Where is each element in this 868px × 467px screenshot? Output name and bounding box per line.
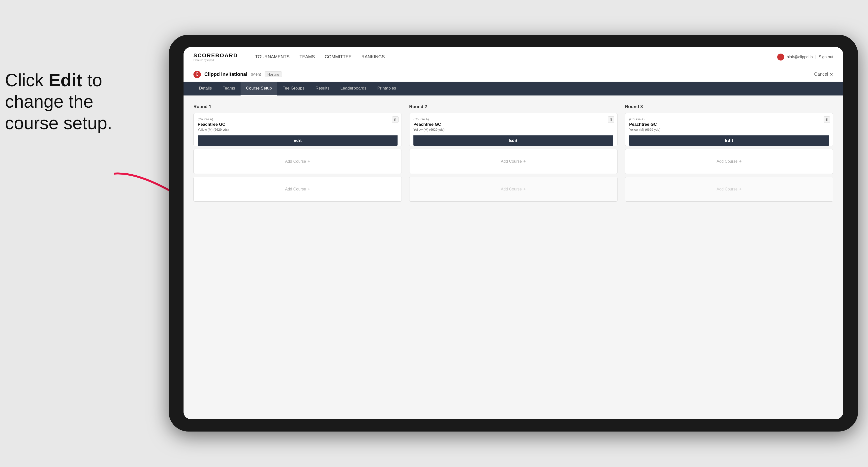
round-1-delete-button[interactable]: 🗑 bbox=[392, 116, 399, 123]
plus-icon-1: + bbox=[308, 159, 310, 164]
round-2-header: Round 2 bbox=[409, 104, 618, 110]
round-3-column: Round 3 🗑 (Course A) Peachtree GC Yellow… bbox=[625, 104, 833, 205]
round-2-course-name: Peachtree GC bbox=[413, 122, 613, 127]
round-1-course-details: Yellow (M) (6629 yds) bbox=[198, 128, 398, 131]
user-email: blair@clippd.io bbox=[787, 55, 813, 59]
hosting-badge: Hosting bbox=[265, 71, 282, 77]
tab-results[interactable]: Results bbox=[310, 82, 335, 95]
main-content: Round 1 🗑 (Course A) Peachtree GC Yellow… bbox=[184, 95, 843, 419]
bold-edit: Edit bbox=[49, 70, 82, 90]
round-2-course-card: 🗑 (Course A) Peachtree GC Yellow (M) (66… bbox=[409, 113, 618, 146]
round-3-course-label: (Course A) bbox=[629, 117, 829, 121]
round-2-add-course-1[interactable]: Add Course + bbox=[409, 149, 618, 174]
round-3-delete-button[interactable]: 🗑 bbox=[824, 116, 830, 123]
round-2-add-course-2: Add Course + bbox=[409, 177, 618, 201]
round-3-header: Round 3 bbox=[625, 104, 833, 110]
round-3-add-course-1[interactable]: Add Course + bbox=[625, 149, 833, 174]
logo-sub: Powered by clippd bbox=[193, 59, 238, 62]
tab-course-setup[interactable]: Course Setup bbox=[241, 82, 277, 95]
separator: | bbox=[815, 55, 816, 59]
round-1-add-course-2[interactable]: Add Course + bbox=[193, 177, 402, 201]
tablet-screen: SCOREBOARD Powered by clippd TOURNAMENTS… bbox=[184, 47, 843, 419]
sub-header: C Clippd Invitational (Men) Hosting Canc… bbox=[184, 67, 843, 82]
round-3-add-course-2: Add Course + bbox=[625, 177, 833, 201]
tournament-name: Clippd Invitational bbox=[204, 71, 247, 77]
plus-icon-3: + bbox=[523, 159, 526, 164]
top-nav: SCOREBOARD Powered by clippd TOURNAMENTS… bbox=[184, 47, 843, 67]
brand-logo: C bbox=[193, 71, 201, 78]
cancel-label: Cancel bbox=[814, 72, 828, 77]
round-2-edit-button[interactable]: Edit bbox=[413, 135, 613, 146]
instruction-text: Click Edit tochange thecourse setup. bbox=[5, 69, 112, 134]
tab-teams[interactable]: Teams bbox=[217, 82, 241, 95]
round-1-column: Round 1 🗑 (Course A) Peachtree GC Yellow… bbox=[193, 104, 402, 205]
tab-details[interactable]: Details bbox=[193, 82, 217, 95]
plus-icon-4: + bbox=[523, 187, 526, 192]
tournament-gender: (Men) bbox=[251, 72, 261, 76]
logo-text: SCOREBOARD bbox=[193, 52, 238, 59]
round-3-course-details: Yellow (M) (6629 yds) bbox=[629, 128, 829, 131]
round-1-course-label: (Course A) bbox=[198, 117, 398, 121]
nav-committee[interactable]: COMMITTEE bbox=[325, 53, 352, 61]
round-1-header: Round 1 bbox=[193, 104, 402, 110]
round-1-edit-button[interactable]: Edit bbox=[198, 135, 398, 146]
round-3-edit-button[interactable]: Edit bbox=[629, 135, 829, 146]
cancel-button[interactable]: Cancel ✕ bbox=[814, 72, 833, 77]
round-1-course-name: Peachtree GC bbox=[198, 122, 398, 127]
plus-icon-5: + bbox=[739, 159, 742, 164]
close-icon: ✕ bbox=[830, 72, 833, 77]
tablet-frame: SCOREBOARD Powered by clippd TOURNAMENTS… bbox=[168, 35, 858, 432]
nav-teams[interactable]: TEAMS bbox=[300, 53, 315, 61]
nav-right: blair@clippd.io | Sign out bbox=[777, 54, 833, 61]
sub-header-left: C Clippd Invitational (Men) Hosting bbox=[193, 71, 282, 78]
plus-icon-6: + bbox=[739, 187, 742, 192]
tab-tee-groups[interactable]: Tee Groups bbox=[277, 82, 310, 95]
user-avatar bbox=[777, 54, 784, 61]
round-1-add-course-1[interactable]: Add Course + bbox=[193, 149, 402, 174]
nav-links: TOURNAMENTS TEAMS COMMITTEE RANKINGS bbox=[255, 53, 765, 61]
nav-tournaments[interactable]: TOURNAMENTS bbox=[255, 53, 290, 61]
tabs-bar: Details Teams Course Setup Tee Groups Re… bbox=[184, 82, 843, 95]
round-3-course-name: Peachtree GC bbox=[629, 122, 829, 127]
nav-rankings[interactable]: RANKINGS bbox=[362, 53, 385, 61]
plus-icon-2: + bbox=[308, 187, 310, 192]
logo-area: SCOREBOARD Powered by clippd bbox=[193, 52, 238, 62]
round-3-course-card: 🗑 (Course A) Peachtree GC Yellow (M) (66… bbox=[625, 113, 833, 146]
sign-out-link[interactable]: Sign out bbox=[819, 55, 833, 59]
round-2-column: Round 2 🗑 (Course A) Peachtree GC Yellow… bbox=[409, 104, 618, 205]
rounds-grid: Round 1 🗑 (Course A) Peachtree GC Yellow… bbox=[193, 104, 833, 205]
round-2-course-details: Yellow (M) (6629 yds) bbox=[413, 128, 613, 131]
tab-printables[interactable]: Printables bbox=[372, 82, 402, 95]
round-1-course-card: 🗑 (Course A) Peachtree GC Yellow (M) (66… bbox=[193, 113, 402, 146]
round-2-delete-button[interactable]: 🗑 bbox=[608, 116, 614, 123]
round-2-course-label: (Course A) bbox=[413, 117, 613, 121]
tab-leaderboards[interactable]: Leaderboards bbox=[335, 82, 372, 95]
